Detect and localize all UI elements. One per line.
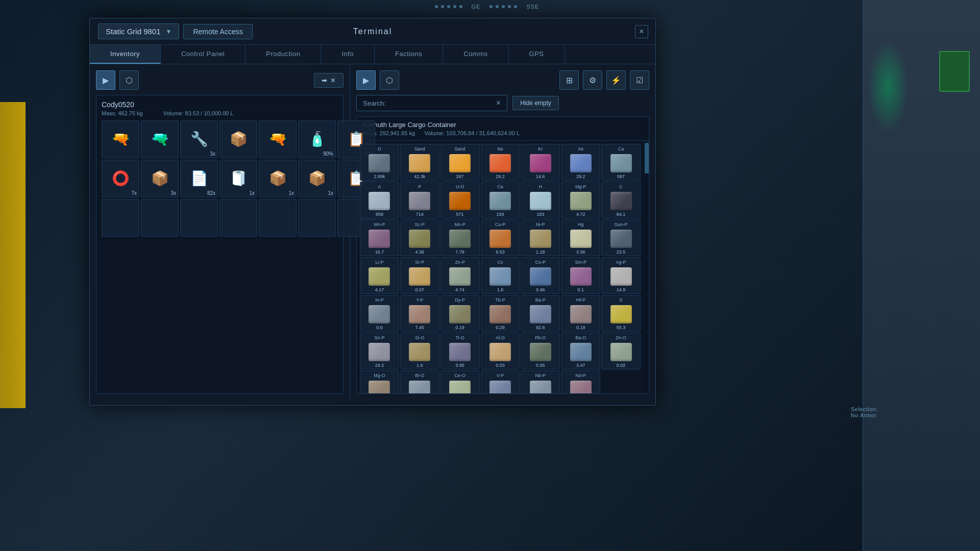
search-input[interactable] <box>390 99 492 107</box>
item-cell[interactable]: Zn-O0.02 <box>601 333 641 369</box>
item-cell[interactable]: Sc-P4.36 <box>400 219 439 256</box>
item-cell[interactable]: U-O571 <box>440 182 480 218</box>
inv-slot-empty5[interactable] <box>259 199 297 237</box>
item-cell[interactable]: Y-P7.45 <box>400 295 439 332</box>
item-cell[interactable]: Bi-O0.02 <box>400 370 439 393</box>
item-cell[interactable]: Li-P4.17 <box>360 257 399 294</box>
item-cell[interactable]: Sand42.3k <box>400 144 439 181</box>
inv-slot-pistol-pink[interactable]: 🔫 <box>102 120 139 158</box>
item-cell[interactable]: O2.89k <box>360 144 399 181</box>
item-label: Cs <box>483 260 518 265</box>
inv-slot-magazine[interactable]: 📦 <box>219 120 257 158</box>
tab-info[interactable]: Info <box>321 45 375 64</box>
item-cell[interactable]: Cs1.6 <box>481 257 520 294</box>
item-cell[interactable]: Ne29.2 <box>481 144 520 181</box>
lightning-button[interactable]: ⚡ <box>606 70 626 90</box>
inv-slot-pipes[interactable]: 📄 82x <box>180 160 218 197</box>
inv-slot-empty1[interactable] <box>102 199 139 237</box>
inv-slot-rifle[interactable]: 🔫 <box>259 120 297 158</box>
inventory-grid: 🔫 🔫 🔧 3x 📦 🔫 <box>102 120 338 237</box>
item-cell[interactable]: Ce-O1.8 <box>440 370 480 393</box>
hide-empty-button[interactable]: Hide empty <box>512 96 559 110</box>
item-cell[interactable]: H183 <box>521 182 560 218</box>
remote-access-button[interactable]: Remote Access <box>183 24 252 39</box>
grid-view-button[interactable]: ⊞ <box>559 70 579 90</box>
item-cell[interactable]: Ca159 <box>481 182 520 218</box>
cube-button[interactable]: ⬡ <box>119 70 139 90</box>
item-cell[interactable]: Nb-P159 <box>521 370 560 393</box>
hud-left-text: GE <box>465 4 487 10</box>
tab-inventory[interactable]: Inventory <box>90 45 161 64</box>
inv-slot-component2[interactable]: 📦 1x <box>298 160 336 197</box>
inv-slot-empty6[interactable] <box>298 199 336 237</box>
item-cell[interactable]: V-Pn.a <box>481 370 520 393</box>
item-cell[interactable]: Kr14.6 <box>521 144 560 181</box>
item-cell[interactable]: Cu-P6.53 <box>481 219 520 256</box>
tab-comms[interactable]: Comms <box>443 45 508 64</box>
inv-slot-item3[interactable]: 🔧 3x <box>180 120 218 158</box>
item-cell[interactable]: Gun-P23.5 <box>601 219 641 256</box>
inv-slot-empty2[interactable] <box>141 199 179 237</box>
item-icon-area <box>569 304 593 324</box>
ore-can-icon <box>409 305 430 323</box>
item-cell[interactable]: Tb-P0.29 <box>481 295 520 332</box>
inv-slot-empty3[interactable] <box>180 199 218 237</box>
ore-can-icon <box>570 192 592 210</box>
item-cell[interactable]: Mo-P7.78 <box>440 219 480 256</box>
item-cell[interactable]: Al-O0.03 <box>481 333 520 369</box>
tab-production[interactable]: Production <box>246 45 321 64</box>
hud-dot <box>447 5 450 8</box>
item-cell[interactable]: P714 <box>400 182 439 218</box>
transfer-button[interactable]: ➡ ✕ <box>314 73 344 88</box>
search-clear-icon[interactable]: × <box>496 98 501 108</box>
item-cell[interactable]: Ca597 <box>601 144 641 181</box>
right-cube-button[interactable]: ⬡ <box>380 70 399 90</box>
item-cell[interactable]: Xe29.2 <box>561 144 600 181</box>
item-cell[interactable]: C84.1 <box>601 182 641 218</box>
check-button[interactable]: ☑ <box>630 70 649 90</box>
inv-slot-tires[interactable]: ⭕ 7x <box>102 160 139 197</box>
item-amount: 3.47 <box>576 363 585 368</box>
item-cell[interactable]: Dy-P0.19 <box>440 295 480 332</box>
item-cell[interactable]: Hg3.36 <box>561 219 600 256</box>
inv-slot-pistol-green[interactable]: 🔫 <box>141 120 179 158</box>
item-cell[interactable]: Sr-P0.07 <box>400 257 439 294</box>
right-play-button[interactable]: ▶ <box>356 70 376 90</box>
item-amount: 714 <box>416 212 424 217</box>
item-cell[interactable]: Si-O1.6 <box>400 333 439 369</box>
play-button[interactable]: ▶ <box>96 70 115 90</box>
item-cell[interactable]: S55.3 <box>601 295 641 332</box>
item-cell[interactable]: Sm-P0.1 <box>561 257 600 294</box>
item-cell[interactable]: Mn-P16.7 <box>360 219 399 256</box>
inv-slot-component[interactable]: 📦 1x <box>259 160 297 197</box>
tab-factions[interactable]: Factions <box>375 45 443 64</box>
item-cell[interactable]: Sand267 <box>440 144 480 181</box>
item-cell[interactable]: A858 <box>360 182 399 218</box>
settings-button[interactable]: ⚙ <box>583 70 602 90</box>
grid-selector[interactable]: Static Grid 9801 ▼ <box>98 23 179 39</box>
item-cell[interactable]: Ag-P14.9 <box>601 257 641 294</box>
scrollbar[interactable] <box>644 141 649 393</box>
item-cell[interactable]: Ni-P1.18 <box>521 219 560 256</box>
item-cell[interactable]: Ti-O3.95 <box>440 333 480 369</box>
item-cell[interactable]: Mg-P4.72 <box>561 182 600 218</box>
close-button[interactable]: × <box>635 25 648 38</box>
item-cell[interactable]: Zn-P4.74 <box>440 257 480 294</box>
item-cell[interactable]: Co-P0.46 <box>521 257 560 294</box>
tab-gps[interactable]: GPS <box>509 45 565 64</box>
tab-control-panel[interactable]: Control Panel <box>161 45 246 64</box>
inv-slot-empty4[interactable] <box>219 199 257 237</box>
component-icon: 📦 <box>269 171 287 186</box>
item-cell[interactable]: Hf-P0.19 <box>561 295 600 332</box>
item-cell[interactable]: Sn-P24.2 <box>360 333 399 369</box>
item-cell[interactable]: Mg-O0.02 <box>360 370 399 393</box>
item-cell[interactable]: In-P0.6 <box>360 295 399 332</box>
item-cell[interactable]: Ba-P92.6 <box>521 295 560 332</box>
inv-slot-box2[interactable]: 📦 3x <box>141 160 179 197</box>
item-cell[interactable]: Ba-O3.47 <box>561 333 600 369</box>
terminal-title: Terminal <box>353 27 392 36</box>
inv-slot-bottle[interactable]: 🧴 90% <box>298 120 336 158</box>
item-cell[interactable]: Nd-Pn.a <box>561 370 600 393</box>
inv-slot-roll[interactable]: 🧻 1x <box>219 160 257 197</box>
item-cell[interactable]: Pb-O0.05 <box>521 333 560 369</box>
